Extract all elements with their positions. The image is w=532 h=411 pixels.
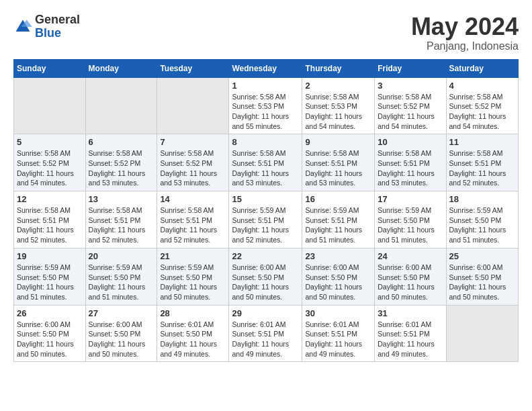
day-info: Sunrise: 5:58 AM Sunset: 5:51 PM Dayligh… bbox=[89, 205, 154, 245]
calendar-cell: 5Sunrise: 5:58 AM Sunset: 5:52 PM Daylig… bbox=[14, 134, 86, 191]
day-number: 14 bbox=[160, 194, 226, 204]
calendar-week-row: 26Sunrise: 6:00 AM Sunset: 5:50 PM Dayli… bbox=[14, 305, 519, 362]
logo-icon bbox=[13, 17, 32, 36]
day-info: Sunrise: 5:58 AM Sunset: 5:53 PM Dayligh… bbox=[232, 92, 299, 132]
calendar-cell: 21Sunrise: 5:59 AM Sunset: 5:50 PM Dayli… bbox=[157, 248, 229, 305]
day-number: 6 bbox=[89, 137, 154, 147]
calendar-cell: 8Sunrise: 5:58 AM Sunset: 5:51 PM Daylig… bbox=[229, 134, 302, 191]
calendar-header-tuesday: Tuesday bbox=[157, 59, 229, 77]
calendar-cell: 30Sunrise: 6:01 AM Sunset: 5:51 PM Dayli… bbox=[302, 305, 375, 362]
calendar-cell: 6Sunrise: 5:58 AM Sunset: 5:52 PM Daylig… bbox=[85, 134, 157, 191]
day-info: Sunrise: 6:00 AM Sunset: 5:50 PM Dayligh… bbox=[378, 263, 443, 302]
calendar-cell: 27Sunrise: 6:00 AM Sunset: 5:50 PM Dayli… bbox=[85, 305, 157, 362]
day-info: Sunrise: 6:01 AM Sunset: 5:51 PM Dayligh… bbox=[305, 320, 371, 359]
day-number: 17 bbox=[378, 194, 443, 204]
calendar-header-thursday: Thursday bbox=[302, 59, 375, 77]
calendar-cell: 24Sunrise: 6:00 AM Sunset: 5:50 PM Dayli… bbox=[375, 248, 446, 305]
day-number: 25 bbox=[449, 251, 515, 261]
calendar-cell: 3Sunrise: 5:58 AM Sunset: 5:52 PM Daylig… bbox=[375, 77, 446, 134]
logo: General Blue bbox=[13, 13, 80, 40]
day-number: 22 bbox=[232, 251, 299, 261]
day-number: 20 bbox=[89, 251, 154, 261]
day-number: 1 bbox=[232, 81, 299, 91]
day-number: 9 bbox=[305, 137, 371, 147]
calendar-cell: 26Sunrise: 6:00 AM Sunset: 5:50 PM Dayli… bbox=[14, 305, 86, 362]
day-info: Sunrise: 5:58 AM Sunset: 5:51 PM Dayligh… bbox=[378, 148, 443, 188]
calendar-cell: 16Sunrise: 5:59 AM Sunset: 5:51 PM Dayli… bbox=[302, 191, 375, 248]
day-info: Sunrise: 6:01 AM Sunset: 5:51 PM Dayligh… bbox=[232, 320, 299, 359]
day-info: Sunrise: 6:00 AM Sunset: 5:50 PM Dayligh… bbox=[232, 263, 299, 302]
calendar-cell: 13Sunrise: 5:58 AM Sunset: 5:51 PM Dayli… bbox=[85, 191, 157, 248]
day-number: 27 bbox=[89, 308, 154, 318]
calendar-cell: 1Sunrise: 5:58 AM Sunset: 5:53 PM Daylig… bbox=[229, 77, 302, 134]
calendar-cell bbox=[85, 77, 157, 134]
day-info: Sunrise: 5:59 AM Sunset: 5:51 PM Dayligh… bbox=[232, 205, 299, 245]
day-number: 30 bbox=[305, 308, 371, 318]
day-number: 2 bbox=[305, 81, 371, 91]
day-number: 15 bbox=[232, 194, 299, 204]
calendar-table: SundayMondayTuesdayWednesdayThursdayFrid… bbox=[13, 59, 519, 363]
calendar-cell: 4Sunrise: 5:58 AM Sunset: 5:52 PM Daylig… bbox=[446, 77, 518, 134]
calendar-cell: 25Sunrise: 6:00 AM Sunset: 5:50 PM Dayli… bbox=[446, 248, 518, 305]
calendar-header-saturday: Saturday bbox=[446, 59, 518, 77]
calendar-cell: 23Sunrise: 6:00 AM Sunset: 5:50 PM Dayli… bbox=[302, 248, 375, 305]
day-info: Sunrise: 6:00 AM Sunset: 5:50 PM Dayligh… bbox=[305, 263, 371, 302]
day-number: 26 bbox=[17, 308, 83, 318]
day-info: Sunrise: 5:59 AM Sunset: 5:50 PM Dayligh… bbox=[160, 263, 226, 302]
day-info: Sunrise: 6:00 AM Sunset: 5:50 PM Dayligh… bbox=[449, 263, 515, 302]
day-number: 3 bbox=[378, 81, 443, 91]
logo-general-text: General bbox=[35, 13, 80, 27]
day-info: Sunrise: 5:58 AM Sunset: 5:52 PM Dayligh… bbox=[449, 92, 515, 132]
day-number: 21 bbox=[160, 251, 226, 261]
day-number: 18 bbox=[449, 194, 515, 204]
day-number: 12 bbox=[17, 194, 83, 204]
day-info: Sunrise: 5:58 AM Sunset: 5:51 PM Dayligh… bbox=[305, 148, 371, 188]
day-info: Sunrise: 6:01 AM Sunset: 5:50 PM Dayligh… bbox=[160, 320, 226, 359]
calendar-cell: 20Sunrise: 5:59 AM Sunset: 5:50 PM Dayli… bbox=[85, 248, 157, 305]
day-info: Sunrise: 5:59 AM Sunset: 5:50 PM Dayligh… bbox=[17, 263, 83, 302]
day-info: Sunrise: 5:58 AM Sunset: 5:52 PM Dayligh… bbox=[160, 148, 226, 188]
day-info: Sunrise: 5:59 AM Sunset: 5:51 PM Dayligh… bbox=[305, 205, 371, 245]
logo-blue-text: Blue bbox=[35, 27, 80, 40]
calendar-cell: 2Sunrise: 5:58 AM Sunset: 5:53 PM Daylig… bbox=[302, 77, 375, 134]
calendar-header-monday: Monday bbox=[85, 59, 157, 77]
day-info: Sunrise: 5:59 AM Sunset: 5:50 PM Dayligh… bbox=[378, 205, 443, 245]
calendar-header-sunday: Sunday bbox=[14, 59, 86, 77]
day-info: Sunrise: 5:58 AM Sunset: 5:51 PM Dayligh… bbox=[160, 205, 226, 245]
day-number: 5 bbox=[17, 137, 83, 147]
calendar-cell: 28Sunrise: 6:01 AM Sunset: 5:50 PM Dayli… bbox=[157, 305, 229, 362]
calendar-cell: 12Sunrise: 5:58 AM Sunset: 5:51 PM Dayli… bbox=[14, 191, 86, 248]
calendar-cell bbox=[157, 77, 229, 134]
calendar-cell bbox=[446, 305, 518, 362]
page-header: General Blue May 2024 Panjang, Indonesia bbox=[13, 13, 519, 52]
calendar-header-row: SundayMondayTuesdayWednesdayThursdayFrid… bbox=[14, 59, 519, 77]
day-number: 4 bbox=[449, 81, 515, 91]
day-number: 29 bbox=[232, 308, 299, 318]
day-number: 8 bbox=[232, 137, 299, 147]
calendar-cell: 10Sunrise: 5:58 AM Sunset: 5:51 PM Dayli… bbox=[375, 134, 446, 191]
day-number: 16 bbox=[305, 194, 371, 204]
day-number: 24 bbox=[378, 251, 443, 261]
day-info: Sunrise: 5:58 AM Sunset: 5:52 PM Dayligh… bbox=[378, 92, 443, 132]
calendar-cell: 15Sunrise: 5:59 AM Sunset: 5:51 PM Dayli… bbox=[229, 191, 302, 248]
day-info: Sunrise: 5:58 AM Sunset: 5:52 PM Dayligh… bbox=[17, 148, 83, 188]
day-info: Sunrise: 5:58 AM Sunset: 5:51 PM Dayligh… bbox=[232, 148, 299, 188]
day-info: Sunrise: 6:01 AM Sunset: 5:51 PM Dayligh… bbox=[378, 320, 443, 359]
calendar-cell: 14Sunrise: 5:58 AM Sunset: 5:51 PM Dayli… bbox=[157, 191, 229, 248]
day-number: 10 bbox=[378, 137, 443, 147]
day-info: Sunrise: 6:00 AM Sunset: 5:50 PM Dayligh… bbox=[89, 320, 154, 359]
day-number: 31 bbox=[378, 308, 443, 318]
calendar-cell: 11Sunrise: 5:58 AM Sunset: 5:51 PM Dayli… bbox=[446, 134, 518, 191]
day-info: Sunrise: 6:00 AM Sunset: 5:50 PM Dayligh… bbox=[17, 320, 83, 359]
day-number: 11 bbox=[449, 137, 515, 147]
calendar-week-row: 5Sunrise: 5:58 AM Sunset: 5:52 PM Daylig… bbox=[14, 134, 519, 191]
day-number: 7 bbox=[160, 137, 226, 147]
month-year-title: May 2024 bbox=[411, 13, 519, 40]
day-number: 23 bbox=[305, 251, 371, 261]
calendar-header-friday: Friday bbox=[375, 59, 446, 77]
day-info: Sunrise: 5:58 AM Sunset: 5:52 PM Dayligh… bbox=[89, 148, 154, 188]
day-info: Sunrise: 5:58 AM Sunset: 5:51 PM Dayligh… bbox=[449, 148, 515, 188]
day-info: Sunrise: 5:59 AM Sunset: 5:50 PM Dayligh… bbox=[89, 263, 154, 302]
calendar-header-wednesday: Wednesday bbox=[229, 59, 302, 77]
calendar-cell: 18Sunrise: 5:59 AM Sunset: 5:50 PM Dayli… bbox=[446, 191, 518, 248]
